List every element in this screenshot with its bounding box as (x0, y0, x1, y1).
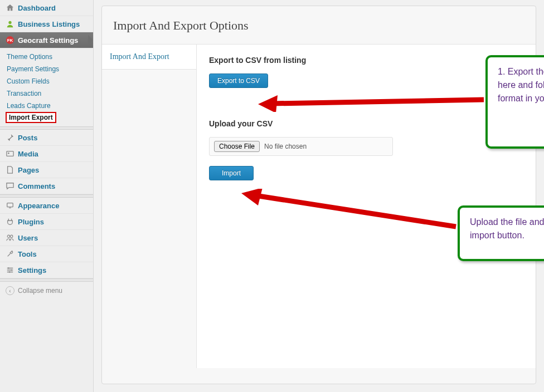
media-icon (6, 149, 14, 158)
sub-theme-options[interactable]: Theme Options (6, 51, 93, 63)
sliders-icon (6, 266, 14, 275)
sidebar-media[interactable]: Media (0, 146, 93, 162)
sidebar-label: Media (18, 150, 38, 158)
choose-file-button[interactable]: Choose File (214, 141, 260, 152)
sidebar-label: Appearance (18, 202, 59, 210)
appearance-icon (6, 201, 14, 210)
sub-custom-fields[interactable]: Custom Fields (6, 75, 93, 87)
person-icon (6, 19, 14, 28)
sub-leads-capture[interactable]: Leads Capture (6, 100, 93, 112)
sidebar-tools[interactable]: Tools (0, 246, 93, 262)
sidebar-label: Users (18, 234, 38, 242)
sidebar-label: Pages (18, 166, 39, 174)
sub-transaction[interactable]: Transaction (6, 87, 93, 100)
annotation-callout-import: Upload the file and click on import butt… (458, 205, 544, 261)
upload-section-label: Upload your CSV (209, 119, 523, 128)
svg-point-6 (8, 267, 9, 269)
sidebar-label: Posts (18, 134, 37, 142)
sidebar-label: Tools (18, 250, 37, 258)
settings-panel: Import And Export Options Import And Exp… (101, 6, 536, 384)
svg-point-7 (11, 270, 12, 271)
comment-icon (6, 182, 14, 190)
svg-rect-3 (7, 203, 13, 207)
sub-payment-settings[interactable]: Payment Settings (6, 63, 93, 75)
sidebar-pages[interactable]: Pages (0, 162, 93, 178)
sidebar-geocraft-settings[interactable]: FK Geocraft Settings (0, 32, 93, 48)
page-title: Import And Export Options (102, 6, 536, 44)
collapse-menu[interactable]: ‹ Collapse menu (0, 282, 93, 300)
sidebar-label: Plugins (18, 218, 44, 226)
geocraft-submenu: Theme Options Payment Settings Custom Fi… (0, 48, 93, 126)
export-section-label: Export to CSV from listing (209, 56, 523, 65)
sidebar-users[interactable]: Users (0, 230, 93, 246)
svg-point-0 (8, 21, 11, 24)
annotation-callout-export: 1. Export the CSV from here and follow t… (485, 55, 544, 149)
file-input-row: Choose File No file chosen (209, 137, 393, 156)
svg-point-8 (9, 271, 11, 273)
tab-import-export[interactable]: Import And Export (102, 45, 196, 70)
sub-import-export[interactable]: Import Export (6, 112, 56, 123)
sidebar-dashboard[interactable]: Dashboard (0, 0, 93, 16)
chevron-left-icon: ‹ (6, 286, 14, 295)
pin-icon (6, 133, 14, 142)
admin-sidebar: Dashboard Business Listings FK Geocraft … (0, 0, 94, 392)
brand-icon: FK (6, 36, 14, 45)
page-icon (6, 165, 14, 174)
export-csv-button[interactable]: Export to CSV (209, 74, 268, 88)
sidebar-plugins[interactable]: Plugins (0, 214, 93, 230)
sidebar-posts[interactable]: Posts (0, 130, 93, 146)
svg-rect-1 (7, 151, 13, 156)
sidebar-comments[interactable]: Comments (0, 178, 93, 194)
import-button[interactable]: Import (209, 166, 254, 180)
sidebar-business-listings[interactable]: Business Listings (0, 16, 93, 32)
main-area: Import And Export Options Import And Exp… (94, 0, 544, 392)
sidebar-label: Geocraft Settings (18, 36, 78, 45)
sidebar-label: Dashboard (18, 4, 56, 12)
sidebar-label: Comments (18, 182, 55, 190)
home-icon (6, 3, 14, 12)
plug-icon (6, 217, 14, 226)
sidebar-label: Settings (18, 266, 46, 275)
tab-column: Import And Export (102, 45, 197, 368)
users-icon (6, 233, 14, 242)
tools-icon (6, 249, 14, 258)
svg-point-4 (7, 235, 9, 237)
svg-point-5 (10, 235, 12, 237)
sidebar-settings[interactable]: Settings (0, 262, 93, 278)
sidebar-appearance[interactable]: Appearance (0, 198, 93, 214)
svg-point-2 (8, 153, 9, 154)
file-status-text: No file chosen (264, 143, 307, 150)
sidebar-label: Business Listings (18, 20, 80, 28)
collapse-label: Collapse menu (18, 287, 62, 295)
